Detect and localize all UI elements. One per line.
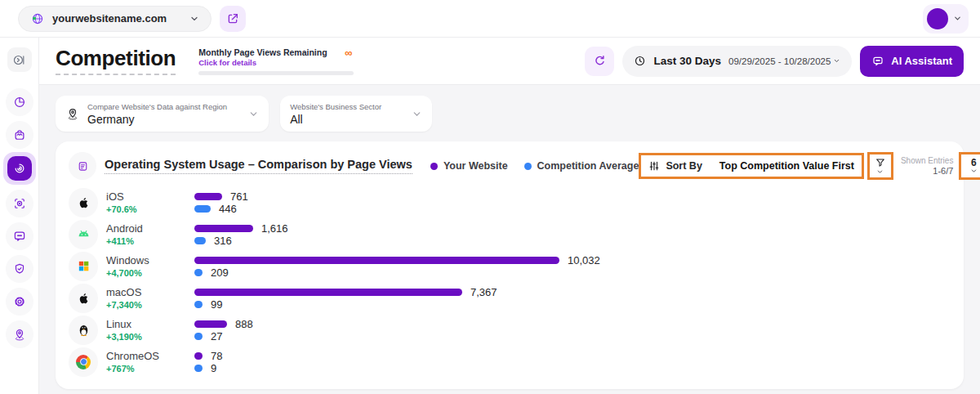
pie-chart-icon bbox=[12, 95, 27, 110]
your-website-bar bbox=[194, 289, 462, 296]
os-delta-badge: +4,700% bbox=[106, 268, 194, 278]
external-link-icon bbox=[226, 12, 239, 25]
sort-by-control[interactable]: Sort By Top Competition Value First bbox=[639, 153, 864, 179]
sidebar-item-settings[interactable] bbox=[6, 288, 33, 316]
ai-assistant-button[interactable]: AI Assistant bbox=[860, 46, 964, 77]
sidebar-item-security[interactable] bbox=[6, 255, 33, 283]
windows-icon bbox=[77, 259, 91, 273]
competition-average-bar bbox=[194, 301, 203, 308]
your-website-bar bbox=[194, 225, 253, 232]
topbar: yourwebsitename.com bbox=[0, 0, 980, 38]
date-range-value: 09/29/2025 - 10/28/2025 bbox=[728, 56, 831, 66]
chat-icon bbox=[871, 55, 884, 68]
quota-label: Monthly Page Views Remaining bbox=[198, 47, 354, 57]
sidebar-item-competition[interactable] bbox=[3, 152, 36, 185]
os-icon bbox=[69, 316, 98, 345]
your-website-bar bbox=[194, 320, 227, 328]
sidebar-item-ecommerce[interactable] bbox=[6, 121, 33, 149]
apple-icon bbox=[76, 195, 91, 210]
sliders-icon bbox=[648, 160, 660, 172]
chevron-down-icon bbox=[876, 169, 884, 175]
infinity-badge: ∞ bbox=[345, 47, 352, 58]
report-icon bbox=[69, 152, 96, 180]
region-filter-label: Compare Website's Data against Region bbox=[87, 102, 227, 111]
filters-row: Compare Website's Data against Region Ge… bbox=[39, 85, 980, 141]
card-header: Operating System Usage – Comparison by P… bbox=[69, 152, 951, 180]
competition-average-value: 209 bbox=[211, 266, 229, 279]
quota-details-link[interactable]: Click for details bbox=[198, 58, 256, 67]
date-range-picker[interactable]: Last 30 Days 09/29/2025 - 10/28/2025 bbox=[622, 46, 852, 77]
chart-legend: Your Website Competition Average bbox=[430, 160, 639, 172]
your-website-value: 10,032 bbox=[568, 254, 600, 266]
competition-average-value: 27 bbox=[211, 330, 222, 343]
legend-item-competition-average: Competition Average bbox=[524, 160, 639, 172]
os-delta-badge: +767% bbox=[106, 364, 194, 374]
sidebar-collapse-button[interactable] bbox=[7, 47, 32, 72]
sector-filter-value: All bbox=[290, 113, 381, 126]
competition-average-bar bbox=[194, 365, 203, 372]
main-content: Competition Monthly Page Views Remaining… bbox=[39, 38, 980, 394]
location-pin-icon bbox=[65, 106, 80, 121]
sidebar-item-locations[interactable] bbox=[6, 320, 33, 348]
legend-label: Your Website bbox=[443, 160, 508, 172]
os-row: iOS +70.6% 761 446 bbox=[69, 186, 951, 218]
os-delta-badge: +3,190% bbox=[106, 332, 194, 342]
os-row: ChromeOS +767% 78 9 bbox=[69, 346, 951, 378]
chat-bubble-icon bbox=[12, 229, 27, 244]
os-delta-badge: +7,340% bbox=[106, 300, 194, 310]
page-size-select[interactable]: 6 bbox=[959, 152, 980, 180]
sort-by-value: Top Competition Value First bbox=[719, 160, 854, 172]
sidebar-item-dashboard[interactable] bbox=[6, 88, 33, 116]
collapse-icon bbox=[12, 53, 26, 67]
competition-radar-icon bbox=[7, 156, 32, 181]
filter-control[interactable] bbox=[867, 152, 893, 180]
sector-filter[interactable]: Website's Business Sector All bbox=[280, 96, 432, 132]
legend-dot bbox=[524, 163, 532, 170]
your-website-value: 761 bbox=[230, 190, 248, 203]
competition-average-value: 446 bbox=[219, 203, 237, 215]
shield-check-icon bbox=[12, 262, 27, 276]
region-filter[interactable]: Compare Website's Data against Region Ge… bbox=[56, 96, 269, 132]
page-size-value: 6 bbox=[971, 158, 977, 168]
competition-average-value: 316 bbox=[214, 235, 232, 247]
chart-title: Operating System Usage – Comparison by P… bbox=[105, 158, 412, 174]
shopping-bag-icon bbox=[12, 128, 27, 142]
scan-target-icon bbox=[12, 196, 27, 211]
chevron-down-icon bbox=[970, 168, 978, 174]
os-icon bbox=[69, 347, 98, 377]
globe-icon bbox=[30, 11, 45, 26]
os-name: ChromeOS bbox=[106, 350, 194, 362]
sidebar-item-capture[interactable] bbox=[6, 190, 33, 217]
os-delta-badge: +411% bbox=[106, 236, 194, 246]
sector-filter-label: Website's Business Sector bbox=[290, 102, 381, 111]
your-website-value: 7,367 bbox=[470, 286, 497, 298]
your-website-bar bbox=[194, 193, 222, 200]
os-name: Linux bbox=[106, 318, 194, 330]
os-row: Windows +4,700% 10,032 209 bbox=[69, 250, 951, 282]
competition-average-value: 9 bbox=[211, 362, 216, 374]
android-icon bbox=[76, 226, 91, 242]
os-icon bbox=[69, 252, 98, 281]
user-menu[interactable] bbox=[923, 4, 969, 34]
legend-label: Competition Average bbox=[537, 160, 639, 172]
page-header: Competition Monthly Page Views Remaining… bbox=[39, 38, 980, 85]
location-pin-icon bbox=[12, 327, 27, 342]
your-website-bar bbox=[194, 257, 559, 264]
legend-dot bbox=[430, 163, 438, 170]
website-selector[interactable]: yourwebsitename.com bbox=[18, 6, 212, 32]
os-icon bbox=[69, 220, 98, 249]
your-website-value: 888 bbox=[235, 318, 253, 330]
refresh-icon bbox=[593, 54, 607, 68]
sidebar-item-messages[interactable] bbox=[6, 222, 33, 250]
your-website-value: 78 bbox=[211, 350, 222, 362]
refresh-button[interactable] bbox=[585, 47, 614, 76]
chevron-down-icon bbox=[953, 14, 962, 23]
ai-assistant-label: AI Assistant bbox=[891, 55, 952, 67]
os-row: Linux +3,190% 888 27 bbox=[69, 314, 951, 346]
funnel-icon bbox=[875, 157, 886, 168]
quota-widget: Monthly Page Views Remaining Click for d… bbox=[198, 47, 354, 75]
open-website-button[interactable] bbox=[220, 6, 246, 32]
website-name: yourwebsitename.com bbox=[52, 12, 167, 25]
competition-average-bar bbox=[194, 333, 203, 340]
settings-gear-icon bbox=[12, 294, 27, 309]
